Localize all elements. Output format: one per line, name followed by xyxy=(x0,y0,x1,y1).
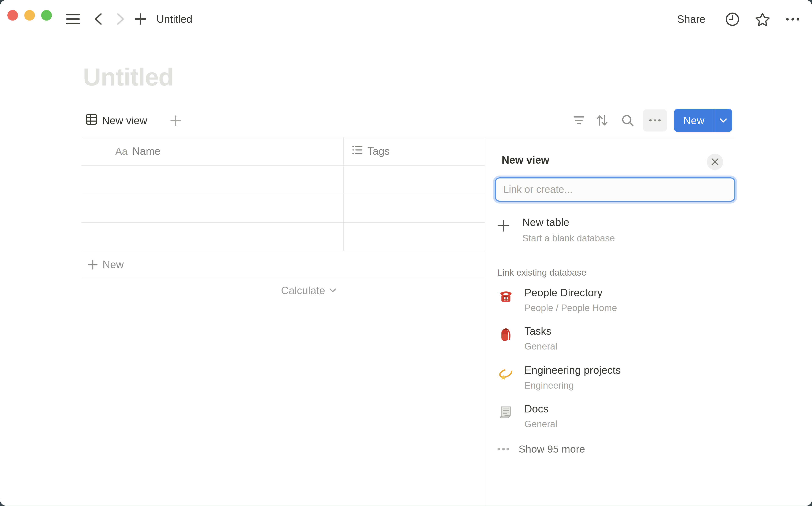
tab-title: Untitled xyxy=(156,13,192,25)
sidebar-toggle-icon[interactable] xyxy=(66,13,80,25)
table-rows xyxy=(81,166,485,251)
table-cell-name[interactable] xyxy=(81,194,344,222)
titlebar: Untitled Share xyxy=(0,0,812,40)
table-cell-tags[interactable] xyxy=(344,223,485,251)
link-or-create-input[interactable] xyxy=(495,177,735,201)
table-row[interactable] xyxy=(81,223,485,251)
view-tab-new-view[interactable]: New view xyxy=(86,109,147,132)
sort-icon[interactable] xyxy=(596,114,609,127)
table-cell-name[interactable] xyxy=(81,223,344,251)
database-location: Engineering xyxy=(525,380,621,391)
new-view-panel: New view New table Start a blank databas… xyxy=(485,137,812,506)
database-name: People Directory xyxy=(525,286,617,299)
back-icon[interactable] xyxy=(93,13,104,25)
dizzy-emoji-icon xyxy=(497,365,515,382)
database-list-item[interactable]: People DirectoryPeople / People Home xyxy=(497,286,725,325)
new-row-label: New xyxy=(103,258,124,271)
table-cell-name[interactable] xyxy=(81,166,344,194)
new-record-dropdown[interactable] xyxy=(714,109,732,132)
column-header-name[interactable]: Aa Name xyxy=(81,137,344,165)
new-table-subtitle: Start a blank database xyxy=(522,233,615,244)
new-table-option[interactable]: New table Start a blank database xyxy=(497,216,725,244)
database-list: People DirectoryPeople / People HomeTask… xyxy=(497,286,725,442)
add-view-icon[interactable] xyxy=(169,114,182,127)
column-header-tags[interactable]: Tags xyxy=(344,137,485,165)
database-location: People / People Home xyxy=(525,302,617,313)
database-list-item[interactable]: TasksGeneral xyxy=(497,325,725,364)
table-view-icon xyxy=(86,114,97,128)
ellipsis-icon xyxy=(497,447,509,450)
minimize-window-button[interactable] xyxy=(24,10,35,20)
show-more-button[interactable]: Show 95 more xyxy=(497,443,585,455)
database-location: General xyxy=(525,419,557,430)
database-name: Docs xyxy=(525,403,557,415)
forward-icon[interactable] xyxy=(115,13,126,25)
notion-window: Untitled Share Untitled New view xyxy=(0,0,812,506)
table-cell-tags[interactable] xyxy=(344,166,485,194)
panel-title: New view xyxy=(502,154,549,166)
more-options-icon[interactable] xyxy=(784,15,802,23)
close-icon[interactable] xyxy=(707,153,724,170)
database-name: Tasks xyxy=(525,325,557,337)
text-type-icon: Aa xyxy=(115,146,128,157)
backpack-emoji-icon xyxy=(497,326,515,343)
page-emoji-icon xyxy=(497,404,515,421)
bulleted-list-icon xyxy=(352,145,363,158)
plus-icon xyxy=(497,216,510,244)
traffic-lights xyxy=(7,10,52,20)
page-title[interactable]: Untitled xyxy=(83,62,174,91)
favorite-star-icon[interactable] xyxy=(754,12,770,27)
link-existing-database-label: Link existing database xyxy=(497,267,587,278)
close-window-button[interactable] xyxy=(7,10,18,20)
calculate-dropdown[interactable]: Calculate xyxy=(81,280,344,301)
new-table-label: New table xyxy=(522,216,615,229)
table-row[interactable] xyxy=(81,194,485,223)
column-tags-label: Tags xyxy=(367,145,390,158)
new-tab-icon[interactable] xyxy=(134,13,148,25)
zoom-window-button[interactable] xyxy=(41,10,52,20)
database-name: Engineering projects xyxy=(525,364,621,376)
view-options-button[interactable] xyxy=(643,109,667,132)
database-table: Aa Name Tags New Calculate xyxy=(81,137,485,301)
table-row[interactable] xyxy=(81,166,485,194)
new-record-button-label[interactable]: New xyxy=(674,109,714,132)
updates-clock-icon[interactable] xyxy=(725,12,740,27)
desktop-backdrop: Untitled Share Untitled New view xyxy=(0,0,812,506)
new-row-button[interactable]: New xyxy=(81,251,485,278)
database-location: General xyxy=(525,341,557,352)
table-cell-tags[interactable] xyxy=(344,194,485,222)
database-list-item[interactable]: Engineering projectsEngineering xyxy=(497,364,725,403)
share-button[interactable]: Share xyxy=(677,13,705,25)
calculate-label: Calculate xyxy=(281,284,325,297)
new-record-button: New xyxy=(674,109,732,132)
show-more-label: Show 95 more xyxy=(519,443,585,455)
table-header-row: Aa Name Tags xyxy=(81,137,485,166)
column-name-label: Name xyxy=(132,145,160,158)
database-list-item[interactable]: DocsGeneral xyxy=(497,403,725,442)
search-icon[interactable] xyxy=(621,114,634,127)
filter-icon[interactable] xyxy=(572,114,585,127)
view-tab-label: New view xyxy=(102,114,147,126)
telephone-emoji-icon xyxy=(497,287,515,304)
toolbar-divider xyxy=(81,137,734,138)
